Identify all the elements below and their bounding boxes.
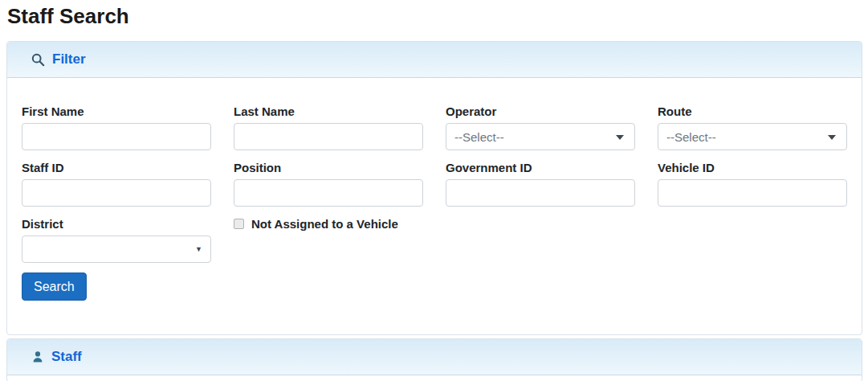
staff-id-label: Staff ID [22,160,211,175]
district-label: District [22,216,211,231]
government-id-input[interactable] [446,179,635,207]
position-input[interactable] [234,179,423,207]
staff-panel-title[interactable]: Staff [51,349,82,365]
filter-panel-title[interactable]: Filter [52,51,86,68]
filter-row-3: District ▼ Not Assigned to a Vehicle [22,216,847,263]
search-button[interactable]: Search [22,272,87,301]
not-assigned-label: Not Assigned to a Vehicle [251,216,398,231]
filter-panel: Filter First Name Last Name Operator --S… [6,41,862,335]
first-name-input[interactable] [22,123,211,150]
district-select[interactable] [22,236,211,263]
vehicle-id-field: Vehicle ID [658,160,847,207]
operator-field: Operator --Select-- [446,104,635,150]
staff-panel: Staff [6,338,862,381]
page-title: Staff Search [7,4,868,29]
operator-select[interactable]: --Select-- [446,123,635,150]
search-icon [31,53,45,67]
not-assigned-field: Not Assigned to a Vehicle [234,216,423,231]
staff-panel-body [7,375,862,381]
first-name-label: First Name [22,104,211,119]
position-field: Position [234,160,423,207]
last-name-field: Last Name [234,104,423,150]
route-label: Route [658,104,847,119]
staff-panel-header: Staff [7,339,862,375]
government-id-field: Government ID [446,160,635,207]
person-icon [31,350,44,363]
filter-panel-body: First Name Last Name Operator --Select--… [7,78,862,334]
last-name-input[interactable] [234,123,423,150]
government-id-label: Government ID [446,160,635,175]
route-select[interactable]: --Select-- [658,123,847,150]
operator-label: Operator [446,104,635,119]
vehicle-id-input[interactable] [658,179,847,207]
filter-row-1: First Name Last Name Operator --Select--… [22,104,847,150]
filter-row-2: Staff ID Position Government ID Vehicle … [22,160,847,207]
staff-id-input[interactable] [22,179,211,207]
district-field: District ▼ [22,216,211,263]
last-name-label: Last Name [234,104,423,119]
vehicle-id-label: Vehicle ID [658,160,847,175]
not-assigned-checkbox[interactable] [234,219,244,229]
route-field: Route --Select-- [658,104,847,150]
position-label: Position [234,160,423,175]
first-name-field: First Name [22,104,211,150]
filter-panel-header: Filter [7,42,862,78]
staff-id-field: Staff ID [22,160,211,207]
